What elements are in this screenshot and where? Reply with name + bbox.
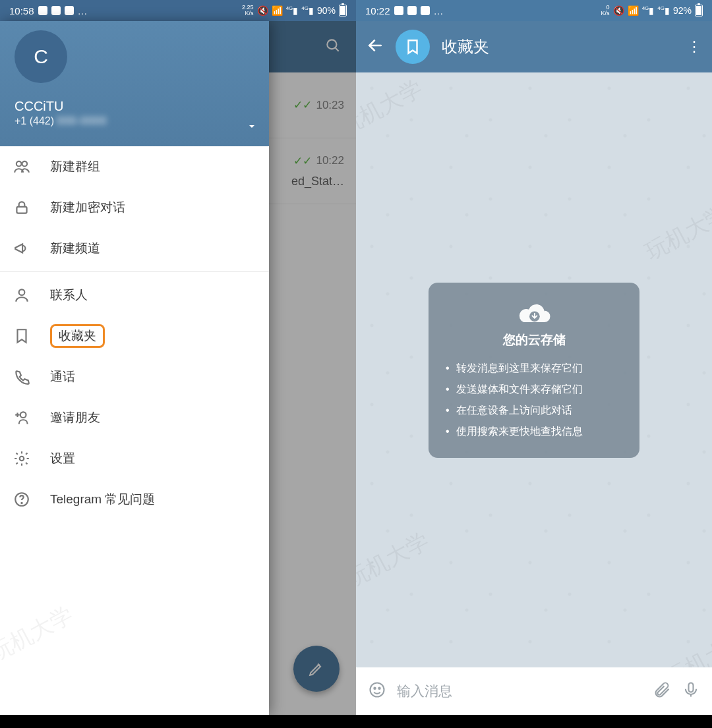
gear-icon (12, 450, 32, 467)
svg-point-6 (20, 412, 26, 418)
saved-messages-avatar[interactable] (396, 30, 430, 64)
svg-point-12 (374, 688, 375, 689)
chat-area: 玩机大学 玩机大学 玩机大学 玩机大学 您的云存储 转发消息到这里来保存它们 发… (356, 72, 712, 667)
status-data-rate: 2.25 K/s (242, 5, 254, 16)
drawer-item-label: 邀请朋友 (50, 409, 100, 426)
status-app-icon (394, 6, 403, 15)
svg-point-9 (21, 503, 22, 503)
divider (0, 271, 269, 272)
cloud-bullet: 使用搜索来更快地查找信息 (446, 421, 622, 442)
lock-icon (12, 199, 32, 216)
phone-left: ✓✓ 10:23 ✓✓ 10:22 ed_Stat… 10:58 2.25 K/… (0, 0, 356, 728)
drawer-item-label: 收藏夹 (59, 329, 96, 343)
status-app-icon (51, 6, 61, 15)
avatar[interactable]: C (15, 30, 67, 83)
megaphone-icon (12, 240, 32, 257)
status-time: 10:22 (365, 5, 390, 16)
drawer-item-settings[interactable]: 设置 (0, 438, 269, 479)
svg-point-5 (19, 289, 25, 295)
signal-icon: 4G▮ (642, 5, 655, 16)
svg-point-7 (20, 457, 24, 461)
wifi-icon: 📶 (272, 5, 283, 16)
drawer-item-new-secret-chat[interactable]: 新建加密对话 (0, 187, 269, 228)
status-app-icon (421, 6, 430, 15)
drawer-item-label: 设置 (50, 450, 75, 467)
mute-icon: 🔇 (257, 5, 268, 16)
status-app-icon (38, 6, 47, 15)
drawer-item-label: Telegram 常见问题 (50, 491, 155, 508)
status-bar: 10:58 2.25 K/s 🔇 📶 4G▮ 4G▮ 90% (0, 0, 356, 21)
group-icon (12, 158, 32, 175)
mute-icon: 🔇 (613, 5, 624, 16)
svg-point-13 (378, 688, 380, 689)
signal-icon: 4G▮ (301, 5, 314, 16)
add-person-icon (12, 409, 32, 426)
drawer-item-saved-messages[interactable]: 收藏夹 (0, 316, 269, 356)
appbar: 收藏夹 ⋮ (356, 21, 712, 72)
attachment-icon[interactable] (653, 681, 671, 702)
android-nav-bar (356, 715, 712, 728)
message-input-bar: 输入消息 (356, 667, 712, 715)
status-more-icon (78, 5, 88, 16)
drawer-item-label: 通话 (50, 368, 75, 385)
drawer-item-invite-friends[interactable]: 邀请朋友 (0, 397, 269, 438)
highlight-annotation: 收藏夹 (50, 324, 105, 348)
person-icon (12, 287, 32, 304)
drawer-list: 新建群组 新建加密对话 新建频道 联系人 收藏夹 (0, 146, 269, 715)
drawer-item-faq[interactable]: Telegram 常见问题 (0, 479, 269, 520)
profile-phone: +1 (442) 000-0000 (15, 115, 254, 127)
back-icon[interactable] (367, 37, 384, 57)
drawer-item-label: 联系人 (50, 287, 88, 304)
svg-rect-14 (689, 683, 694, 692)
drawer-item-label: 新建群组 (50, 158, 100, 175)
message-input[interactable]: 输入消息 (397, 682, 642, 700)
cloud-card-bullets: 转发消息到这里来保存它们 发送媒体和文件来存储它们 在任意设备上访问此对话 使用… (446, 358, 622, 442)
status-time: 10:58 (9, 5, 34, 16)
svg-point-2 (16, 161, 22, 167)
status-data-rate: 0 K/s (601, 5, 610, 16)
cloud-card-title: 您的云存储 (446, 331, 622, 349)
signal-icon: 4G▮ (286, 5, 299, 16)
signal-icon: 4G▮ (657, 5, 670, 16)
emoji-icon[interactable] (368, 681, 386, 702)
phone-icon (12, 368, 32, 385)
svg-point-11 (371, 683, 384, 697)
drawer-item-calls[interactable]: 通话 (0, 356, 269, 397)
phone-right: 10:22 0 K/s 🔇 📶 4G▮ 4G▮ 92% 收藏夹 ⋮ 玩机大学 玩… (356, 0, 712, 728)
chevron-down-icon[interactable] (247, 121, 257, 134)
drawer-item-new-group[interactable]: 新建群组 (0, 146, 269, 187)
navigation-drawer: C CCCiTU +1 (442) 000-0000 新建群组 新建加密对话 (0, 21, 269, 715)
cloud-bullet: 发送媒体和文件来存储它们 (446, 379, 622, 400)
battery-icon (339, 5, 347, 16)
profile-name: CCCiTU (15, 99, 254, 114)
battery-icon (695, 5, 703, 16)
status-more-icon (434, 5, 444, 16)
wifi-icon: 📶 (628, 5, 639, 16)
cloud-bullet: 转发消息到这里来保存它们 (446, 358, 622, 379)
more-icon[interactable]: ⋮ (687, 38, 701, 55)
help-icon (12, 491, 32, 508)
status-app-icon (65, 6, 74, 15)
drawer-item-contacts[interactable]: 联系人 (0, 275, 269, 316)
cloud-download-icon (516, 297, 552, 323)
drawer-item-label: 新建频道 (50, 240, 100, 257)
drawer-header[interactable]: C CCCiTU +1 (442) 000-0000 (0, 21, 269, 146)
status-battery-pct: 90% (317, 5, 336, 16)
svg-point-3 (22, 161, 28, 167)
drawer-item-new-channel[interactable]: 新建频道 (0, 228, 269, 269)
android-nav-bar (0, 715, 356, 728)
avatar-letter: C (34, 45, 48, 68)
cloud-bullet: 在任意设备上访问此对话 (446, 400, 622, 421)
status-battery-pct: 92% (673, 5, 692, 16)
status-bar: 10:22 0 K/s 🔇 📶 4G▮ 4G▮ 92% (356, 0, 712, 21)
microphone-icon[interactable] (682, 681, 700, 702)
cloud-storage-card: 您的云存储 转发消息到这里来保存它们 发送媒体和文件来存储它们 在任意设备上访问… (429, 283, 639, 458)
bookmark-icon (12, 327, 32, 345)
appbar-title: 收藏夹 (442, 36, 675, 57)
status-app-icon (407, 6, 417, 15)
svg-rect-4 (16, 207, 26, 213)
drawer-item-label: 新建加密对话 (50, 199, 125, 216)
